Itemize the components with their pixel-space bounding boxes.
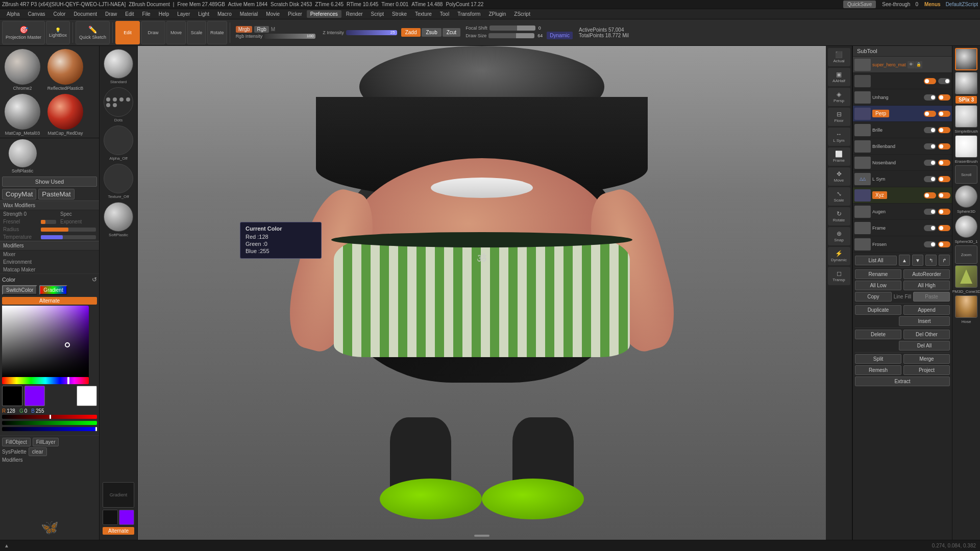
sa-left-icon[interactable]: ↰ [925,255,937,266]
menu-item-light[interactable]: Light [194,10,213,18]
frame-btn[interactable]: ⬜ Frame [828,147,850,166]
alternate-btn2[interactable]: Alternate [103,527,134,535]
environment-row[interactable]: Environment [0,258,99,266]
stl-toggle-brille[interactable] [924,127,936,133]
stl-hero[interactable]: super_hero_mat 👁 🔒 [853,57,952,73]
gradient-btn[interactable]: Gradient [39,285,67,295]
mat-chrome2[interactable]: Chrome2 [2,48,43,91]
aahalf-btn[interactable]: ▣ AAHalf [828,68,850,86]
zoom-btn[interactable]: Zoom [955,245,977,264]
alternate-btn[interactable]: Alternate [2,297,97,305]
texture-sphere[interactable] [104,164,133,193]
all-high-btn[interactable]: All High [903,281,950,290]
chrome2-sphere[interactable] [5,49,40,85]
stl-toggle-augen2[interactable] [938,209,950,215]
gradient-preview[interactable]: Gradient [103,482,134,508]
pastemat-btn[interactable]: PasteMat [38,189,74,199]
dots-sphere[interactable] [104,87,133,117]
mat-alpha-item[interactable]: Alpha_Off [101,124,136,161]
alpha-sphere[interactable] [104,126,133,155]
switch-purple-swatch[interactable] [119,510,134,525]
del-other-btn[interactable]: Del Other [903,330,950,339]
menu-item-document[interactable]: Document [70,10,101,18]
dynamic-tool-btn[interactable]: ⚡ Dynamic [828,247,850,265]
stl-item-xyz[interactable]: Xyz [853,187,952,204]
stl-toggle-nosenband2[interactable] [938,160,950,166]
stl-toggle-2b[interactable] [938,78,950,84]
scale-btn[interactable]: Scale [187,21,206,44]
perp-btn[interactable]: Perp [872,110,889,117]
simple-brush-thumb[interactable] [955,105,977,128]
append-btn[interactable]: Append [903,305,950,315]
menu-item-picker[interactable]: Picker [284,10,306,18]
menu-item-texture[interactable]: Texture [411,10,435,18]
rgb-intensity-slider[interactable]: 100 [264,34,315,39]
projection-master-btn[interactable]: 🎯 Projection Master [2,21,45,44]
matcap-maker-row[interactable]: Matcap Maker [0,266,99,273]
mat-standard-item[interactable]: Standard [101,48,136,84]
brush-thumb-2[interactable] [955,72,977,94]
remesh-btn[interactable]: Remesh [855,365,901,375]
softplastic-sphere[interactable] [9,139,37,167]
menu-item-alpha[interactable]: Alpha [3,10,23,18]
floor-btn[interactable]: ⊟ Floor [828,108,850,126]
project-btn[interactable]: Project [903,365,950,375]
rotate-btn[interactable]: Rotate [207,21,227,44]
menu-item-preferences[interactable]: Preferences [307,10,341,18]
eraser-brush-thumb[interactable] [955,135,977,158]
stl-item-brille[interactable]: Brille [853,122,952,138]
menu-item-tool[interactable]: Tool [436,10,453,18]
metal-sphere[interactable] [5,94,40,130]
draw-size-slider[interactable] [488,33,534,38]
rgb-btn[interactable]: Rgb [254,26,268,33]
fill-object-btn[interactable]: FillObject [2,438,31,446]
menu-item-material[interactable]: Material [236,10,262,18]
stl-toggle-brille2[interactable] [938,127,950,133]
stl-toggle-perp[interactable] [924,111,936,117]
stl-toggle-2[interactable] [924,78,936,84]
menu-item-macro[interactable]: Macro [214,10,235,18]
show-used-btn[interactable]: Show Used [2,177,97,187]
persp-btn[interactable]: ◈ Persp [828,88,850,106]
mat-reflected[interactable]: ReflectedPlasticB [45,48,86,91]
menu-item-script[interactable]: Script [368,10,388,18]
move-tool-btn[interactable]: ✥ Move [828,167,850,186]
menu-item-canvas[interactable]: Canvas [24,10,49,18]
blue-slider[interactable] [2,427,97,431]
stl-toggle-xyz2[interactable] [938,192,950,198]
copymat-btn[interactable]: CopyMat [2,189,36,199]
stl-toggle-nosenband[interactable] [924,160,936,166]
zcut-btn[interactable]: Zcut [443,28,460,37]
sphere3d-thumb[interactable] [955,185,977,208]
stl-item-frame[interactable]: Frame [853,220,952,236]
temperature-slider[interactable] [41,235,96,239]
lightbox-btn[interactable]: 💡 LightBox [46,21,70,44]
radius-slider[interactable] [41,228,96,232]
draw-btn[interactable]: Draw [141,21,165,44]
fresnel-slider[interactable] [41,220,56,224]
stl-toggle-frame2[interactable] [938,225,950,231]
z-intensity-slider[interactable]: 25 [346,30,397,35]
stl-toggle-lsym[interactable] [924,176,936,182]
stl-toggle-xyz[interactable] [924,192,936,198]
edit-btn[interactable]: Edit [115,21,140,44]
delete-btn[interactable]: Delete [855,330,901,339]
rotate-tool-btn[interactable]: ↻ Rotate [828,207,850,226]
fill-layer-btn[interactable]: FillLayer [33,438,59,446]
stl-item-perp[interactable]: Perp [853,106,952,122]
stl-item-lsym[interactable]: △△ L Sym [853,171,952,187]
menu-item-color[interactable]: Color [50,10,69,18]
all-low-btn[interactable]: All Low [855,281,901,290]
move-btn[interactable]: Move [166,21,186,44]
mat-dots-item[interactable]: Dots [101,86,136,122]
clear-btn[interactable]: clear [29,447,47,456]
stl-item-brillenband[interactable]: Brillenband [853,138,952,155]
menu-item-draw[interactable]: Draw [102,10,120,18]
sa-up-icon[interactable]: ▲ [899,255,910,266]
stl-toggle-unhang2[interactable] [938,94,950,101]
sa-down-icon[interactable]: ▼ [912,255,923,266]
menu-item-help[interactable]: Help [155,10,173,18]
color-picker[interactable] [2,306,89,377]
hose-thumb[interactable] [955,295,977,318]
stl-item-2[interactable] [853,73,952,89]
